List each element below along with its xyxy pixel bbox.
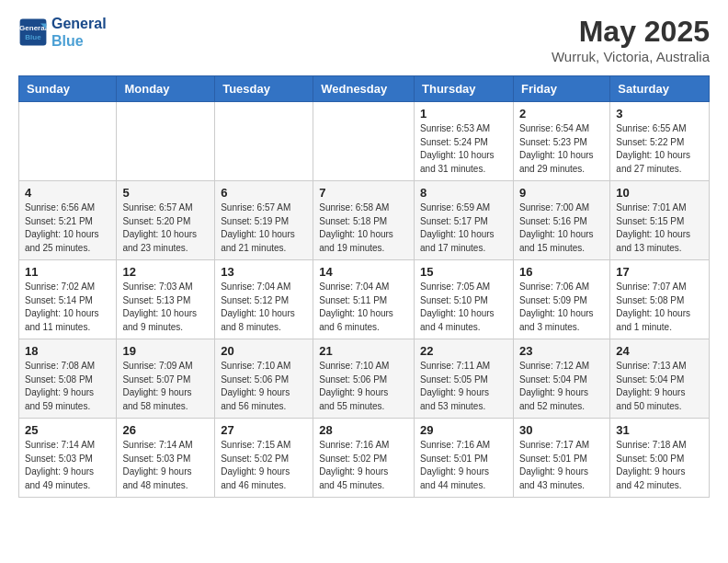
calendar-cell: 31Sunrise: 7:18 AM Sunset: 5:00 PM Dayli… [610,419,710,498]
calendar-cell: 25Sunrise: 7:14 AM Sunset: 5:03 PM Dayli… [19,419,117,498]
day-info: Sunrise: 6:57 AM Sunset: 5:20 PM Dayligh… [122,201,209,255]
calendar-week-5: 25Sunrise: 7:14 AM Sunset: 5:03 PM Dayli… [19,419,710,498]
day-info: Sunrise: 7:04 AM Sunset: 5:12 PM Dayligh… [221,281,307,334]
calendar-cell: 26Sunrise: 7:14 AM Sunset: 5:03 PM Dayli… [117,419,215,498]
day-info: Sunrise: 7:12 AM Sunset: 5:04 PM Dayligh… [519,360,604,413]
calendar-cell: 28Sunrise: 7:16 AM Sunset: 5:02 PM Dayli… [313,419,415,498]
day-info: Sunrise: 7:04 AM Sunset: 5:11 PM Dayligh… [319,281,408,334]
day-number: 15 [420,265,507,279]
calendar-cell: 27Sunrise: 7:15 AM Sunset: 5:02 PM Dayli… [215,419,313,498]
day-number: 8 [420,186,507,200]
day-info: Sunrise: 7:10 AM Sunset: 5:06 PM Dayligh… [221,360,307,413]
day-number: 19 [122,344,209,358]
calendar-cell [313,102,415,181]
column-header-friday: Friday [513,76,609,102]
calendar-cell: 8Sunrise: 6:59 AM Sunset: 5:17 PM Daylig… [415,181,514,260]
day-number: 14 [319,265,408,279]
day-number: 1 [420,107,507,121]
day-info: Sunrise: 6:56 AM Sunset: 5:21 PM Dayligh… [25,201,110,255]
day-info: Sunrise: 7:06 AM Sunset: 5:09 PM Dayligh… [519,281,604,334]
day-info: Sunrise: 6:58 AM Sunset: 5:18 PM Dayligh… [319,201,408,255]
day-number: 31 [616,423,703,437]
calendar-cell: 2Sunrise: 6:54 AM Sunset: 5:23 PM Daylig… [513,102,609,181]
logo-line2: Blue [51,32,107,50]
calendar-cell: 30Sunrise: 7:17 AM Sunset: 5:01 PM Dayli… [513,419,609,498]
day-number: 11 [25,265,110,279]
day-info: Sunrise: 7:16 AM Sunset: 5:02 PM Dayligh… [319,439,408,492]
calendar-cell: 10Sunrise: 7:01 AM Sunset: 5:15 PM Dayli… [610,181,710,260]
day-info: Sunrise: 6:59 AM Sunset: 5:17 PM Dayligh… [420,201,507,255]
day-number: 23 [519,344,604,358]
logo-icon: General Blue [18,17,48,47]
calendar-cell: 12Sunrise: 7:03 AM Sunset: 5:13 PM Dayli… [117,260,215,339]
calendar-table: SundayMondayTuesdayWednesdayThursdayFrid… [18,75,710,498]
calendar-cell: 5Sunrise: 6:57 AM Sunset: 5:20 PM Daylig… [117,181,215,260]
day-number: 27 [221,423,307,437]
day-number: 20 [221,344,307,358]
calendar-cell: 9Sunrise: 7:00 AM Sunset: 5:16 PM Daylig… [513,181,609,260]
day-info: Sunrise: 7:14 AM Sunset: 5:03 PM Dayligh… [25,439,110,492]
day-info: Sunrise: 7:03 AM Sunset: 5:13 PM Dayligh… [122,281,209,334]
title-block: May 2025 Wurruk, Victoria, Australia [552,15,710,64]
column-header-monday: Monday [117,76,215,102]
column-header-thursday: Thursday [415,76,514,102]
day-info: Sunrise: 7:09 AM Sunset: 5:07 PM Dayligh… [122,360,209,413]
column-header-saturday: Saturday [610,76,710,102]
calendar-cell: 20Sunrise: 7:10 AM Sunset: 5:06 PM Dayli… [215,339,313,419]
day-number: 9 [519,186,604,200]
calendar-week-4: 18Sunrise: 7:08 AM Sunset: 5:08 PM Dayli… [19,339,710,419]
day-info: Sunrise: 6:53 AM Sunset: 5:24 PM Dayligh… [420,122,507,176]
day-info: Sunrise: 6:54 AM Sunset: 5:23 PM Dayligh… [519,122,604,176]
day-number: 13 [221,265,307,279]
day-number: 3 [616,107,703,121]
day-number: 26 [122,423,209,437]
calendar-cell: 22Sunrise: 7:11 AM Sunset: 5:05 PM Dayli… [415,339,514,419]
calendar-cell: 13Sunrise: 7:04 AM Sunset: 5:12 PM Dayli… [215,260,313,339]
calendar-cell: 29Sunrise: 7:16 AM Sunset: 5:01 PM Dayli… [415,419,514,498]
day-info: Sunrise: 7:11 AM Sunset: 5:05 PM Dayligh… [420,360,507,413]
day-number: 2 [519,107,604,121]
day-number: 18 [25,344,110,358]
day-info: Sunrise: 7:08 AM Sunset: 5:08 PM Dayligh… [25,360,110,413]
day-info: Sunrise: 6:55 AM Sunset: 5:22 PM Dayligh… [616,122,703,176]
day-info: Sunrise: 7:07 AM Sunset: 5:08 PM Dayligh… [616,281,703,334]
svg-text:Blue: Blue [25,33,41,41]
calendar-cell: 15Sunrise: 7:05 AM Sunset: 5:10 PM Dayli… [415,260,514,339]
calendar-week-3: 11Sunrise: 7:02 AM Sunset: 5:14 PM Dayli… [19,260,710,339]
column-header-wednesday: Wednesday [313,76,415,102]
calendar-cell: 19Sunrise: 7:09 AM Sunset: 5:07 PM Dayli… [117,339,215,419]
calendar-cell: 4Sunrise: 6:56 AM Sunset: 5:21 PM Daylig… [19,181,117,260]
day-info: Sunrise: 7:14 AM Sunset: 5:03 PM Dayligh… [122,439,209,492]
calendar-cell: 7Sunrise: 6:58 AM Sunset: 5:18 PM Daylig… [313,181,415,260]
day-number: 24 [616,344,703,358]
day-number: 4 [25,186,110,200]
calendar-cell: 6Sunrise: 6:57 AM Sunset: 5:19 PM Daylig… [215,181,313,260]
logo: General Blue General Blue [18,15,107,50]
calendar-cell: 14Sunrise: 7:04 AM Sunset: 5:11 PM Dayli… [313,260,415,339]
day-number: 29 [420,423,507,437]
day-info: Sunrise: 7:18 AM Sunset: 5:00 PM Dayligh… [616,439,703,492]
day-number: 6 [221,186,307,200]
logo-line1: General [51,15,107,32]
day-info: Sunrise: 7:02 AM Sunset: 5:14 PM Dayligh… [25,281,110,334]
day-number: 30 [519,423,604,437]
calendar-cell: 18Sunrise: 7:08 AM Sunset: 5:08 PM Dayli… [19,339,117,419]
column-header-tuesday: Tuesday [215,76,313,102]
day-number: 16 [519,265,604,279]
calendar-week-1: 1Sunrise: 6:53 AM Sunset: 5:24 PM Daylig… [19,102,710,181]
calendar-cell: 1Sunrise: 6:53 AM Sunset: 5:24 PM Daylig… [415,102,514,181]
day-number: 5 [122,186,209,200]
calendar-cell: 17Sunrise: 7:07 AM Sunset: 5:08 PM Dayli… [610,260,710,339]
logo-text: General Blue [51,15,107,50]
calendar-cell [215,102,313,181]
calendar-cell: 16Sunrise: 7:06 AM Sunset: 5:09 PM Dayli… [513,260,609,339]
day-number: 17 [616,265,703,279]
day-number: 28 [319,423,408,437]
day-info: Sunrise: 7:10 AM Sunset: 5:06 PM Dayligh… [319,360,408,413]
calendar-week-2: 4Sunrise: 6:56 AM Sunset: 5:21 PM Daylig… [19,181,710,260]
day-info: Sunrise: 6:57 AM Sunset: 5:19 PM Dayligh… [221,201,307,255]
calendar-cell: 21Sunrise: 7:10 AM Sunset: 5:06 PM Dayli… [313,339,415,419]
page: General Blue General Blue May 2025 Wurru… [0,0,728,512]
day-info: Sunrise: 7:00 AM Sunset: 5:16 PM Dayligh… [519,201,604,255]
calendar-cell: 23Sunrise: 7:12 AM Sunset: 5:04 PM Dayli… [513,339,609,419]
